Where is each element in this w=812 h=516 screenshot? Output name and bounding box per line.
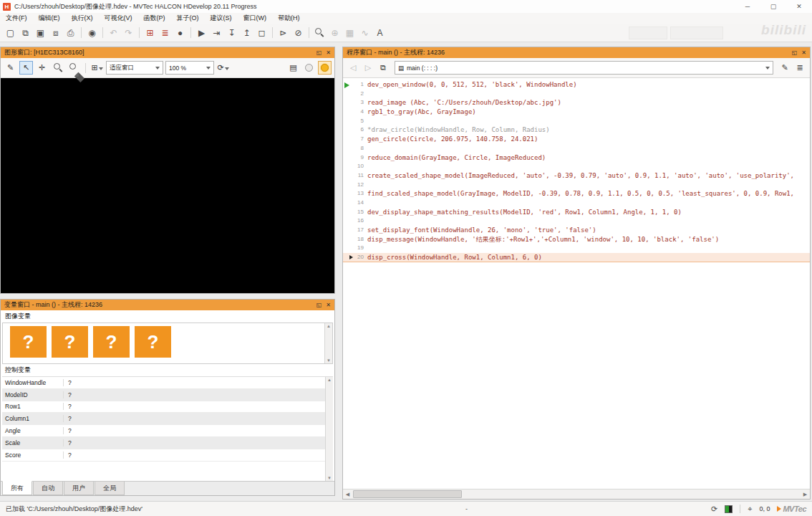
code-line[interactable]: 12 — [343, 181, 810, 190]
variable-tab[interactable]: 全局 — [95, 482, 125, 495]
full-image-icon[interactable]: ● — [173, 26, 188, 40]
step-into-icon[interactable]: ↧ — [224, 26, 239, 40]
step-over-icon[interactable]: ⇥ — [209, 26, 224, 40]
step-out-icon[interactable]: ↥ — [239, 26, 254, 40]
code-line[interactable]: 3 read_image (Abc, 'C:/Users/zhouh/Deskt… — [343, 98, 810, 108]
open-program-icon[interactable]: ⧉ — [18, 26, 33, 40]
maximize-button[interactable]: ▢ — [760, 0, 786, 13]
search-icon[interactable] — [312, 26, 327, 40]
operator-insert-icon[interactable]: ≣ — [158, 26, 173, 40]
code-line[interactable]: 8 — [343, 144, 810, 153]
code-line[interactable]: 15 dev_display_shape_matching_results(Mo… — [343, 208, 810, 217]
run-icon[interactable]: ▶ — [194, 26, 209, 40]
menu-item[interactable]: 算子(O) — [171, 13, 205, 24]
fit-window-select[interactable]: 适应窗口 — [106, 61, 163, 75]
menu-item[interactable]: 执行(X) — [66, 13, 99, 24]
bulb-on-icon[interactable] — [318, 61, 332, 75]
stop-icon[interactable]: ◻ — [254, 26, 269, 40]
variable-tab[interactable]: 所有 — [2, 481, 32, 495]
code-line[interactable]: 18 disp_message(WindowHandle, '结果坐标:'+Ro… — [343, 235, 810, 244]
scroll-down-icon[interactable]: ▼ — [327, 358, 331, 363]
hand-icon[interactable]: ✛ — [35, 61, 49, 75]
code-line[interactable]: 2 — [343, 90, 810, 99]
variable-row[interactable]: Column1 ? — [2, 413, 333, 425]
refresh-icon[interactable]: ⟳ — [711, 505, 717, 514]
close-icon[interactable]: ✕ — [326, 302, 331, 308]
variable-row[interactable]: Score ? — [2, 449, 333, 462]
font-settings-icon[interactable]: A — [372, 26, 387, 40]
procedure-list-icon[interactable]: ≣ — [793, 62, 806, 75]
variable-row[interactable]: WindowHandle ? — [2, 377, 333, 389]
menu-item[interactable]: 窗口(W) — [238, 13, 273, 24]
float-icon[interactable]: ◱ — [792, 49, 798, 56]
control-variables-scrollbar[interactable]: ▲ ▼ — [325, 377, 333, 481]
deactivate-line-icon[interactable]: ⊘ — [291, 26, 306, 40]
menu-item[interactable]: 编辑(E) — [33, 13, 66, 24]
draw-icon[interactable]: ✎ — [4, 61, 17, 75]
code-line[interactable]: 17 set_display_font(WindowHandle, 26, 'm… — [343, 226, 810, 235]
scroll-right-icon[interactable]: ▶ — [801, 492, 810, 497]
horizontal-scrollbar[interactable]: ◀ ▶ — [343, 489, 810, 499]
graphics-canvas[interactable] — [1, 78, 334, 293]
minimize-button[interactable]: ─ — [735, 0, 760, 13]
save-program-icon[interactable]: ▣ — [33, 26, 48, 40]
operator-window-icon[interactable]: ⊞ — [142, 26, 158, 40]
image-variable-tile[interactable]: ? — [10, 326, 47, 358]
variable-row[interactable]: ModelID ? — [2, 389, 333, 401]
image-variable-tile[interactable]: ? — [135, 326, 171, 358]
code-line[interactable]: 4 rgb1_to_gray(Abc, GrayImage) — [343, 108, 810, 117]
rotate-icon[interactable]: ⟳ — [216, 61, 230, 75]
profiler-icon[interactable]: ▦ — [342, 26, 357, 40]
code-line[interactable]: 13 find_scaled_shape_model(GrayImage, Mo… — [343, 189, 810, 199]
zoom-in-icon[interactable]: ⊕ — [327, 26, 342, 40]
grid-select-icon[interactable]: ⊞ — [90, 61, 104, 75]
redo-icon[interactable]: ↷ — [121, 26, 136, 40]
float-icon[interactable]: ◱ — [316, 302, 322, 308]
code-line[interactable]: 11 create_scaled_shape_model(ImageReduce… — [343, 171, 810, 181]
scrollbar-thumb[interactable] — [353, 490, 462, 498]
close-button[interactable]: ✕ — [786, 0, 812, 13]
variable-tab[interactable]: 用户 — [64, 482, 94, 495]
code-line[interactable]: 7 gen_circle(Circle, 206.975, 140.758, 2… — [343, 135, 810, 144]
code-editor[interactable]: 1 dev_open_window(0, 0, 512, 512, 'black… — [343, 78, 810, 489]
image-variables-scrollbar[interactable]: ▲ ▼ — [324, 323, 332, 363]
variable-row[interactable]: Angle ? — [2, 425, 333, 437]
image-variable-tile[interactable]: ? — [93, 326, 130, 358]
scroll-up-icon[interactable]: ▲ — [327, 324, 331, 328]
procedure-select[interactable]: ▤ main (: : : :) — [395, 61, 773, 75]
code-line[interactable]: 6 *draw_circle(WindowHandle, Row, Column… — [343, 125, 810, 135]
code-line[interactable]: 1 dev_open_window(0, 0, 512, 512, 'black… — [343, 80, 810, 90]
magnify-icon[interactable] — [51, 61, 64, 75]
menu-item[interactable]: 文件(F) — [0, 13, 33, 24]
code-line[interactable]: 16 — [343, 216, 810, 226]
code-line[interactable]: 10 — [343, 162, 810, 171]
image-variable-tile[interactable]: ? — [52, 326, 88, 358]
image-acquisition-icon[interactable]: ◉ — [84, 26, 100, 40]
pointer-icon[interactable]: ↖ — [19, 61, 33, 75]
undo-icon[interactable]: ↶ — [106, 26, 121, 40]
variable-tab[interactable]: 自动 — [33, 482, 63, 495]
code-line[interactable]: 5 — [343, 117, 810, 126]
activate-line-icon[interactable]: ⊳ — [276, 26, 291, 40]
float-icon[interactable]: ◱ — [316, 49, 322, 56]
close-icon[interactable]: ✕ — [801, 49, 806, 56]
save-all-icon[interactable]: ⧈ — [48, 26, 63, 40]
nav-back-icon[interactable]: ◁ — [347, 62, 359, 75]
scroll-down-icon[interactable]: ▼ — [327, 476, 332, 480]
code-line[interactable]: 20 disp_cross(WindowHandle, Row1, Column… — [343, 253, 810, 262]
scroll-up-icon[interactable]: ▲ — [327, 378, 332, 382]
code-line[interactable]: 14 — [343, 199, 810, 208]
menu-item[interactable]: 可视化(V) — [99, 13, 138, 24]
scroll-left-icon[interactable]: ◀ — [343, 492, 352, 497]
nav-forward-icon[interactable]: ▷ — [362, 62, 374, 75]
zoom-mode-icon[interactable] — [67, 61, 80, 75]
bulb-off-icon[interactable] — [302, 61, 316, 75]
menu-item[interactable]: 建议(S) — [205, 13, 238, 24]
variable-row[interactable]: Row1 ? — [2, 401, 333, 414]
new-program-icon[interactable]: ▢ — [3, 26, 18, 40]
layers-icon[interactable]: ▤ — [286, 61, 300, 75]
zoom-level-select[interactable]: 100 % — [165, 61, 214, 75]
variable-row[interactable]: Scale ? — [2, 437, 333, 449]
edit-procedure-icon[interactable]: ✎ — [778, 62, 791, 75]
menu-item[interactable]: 帮助(H) — [272, 13, 306, 24]
